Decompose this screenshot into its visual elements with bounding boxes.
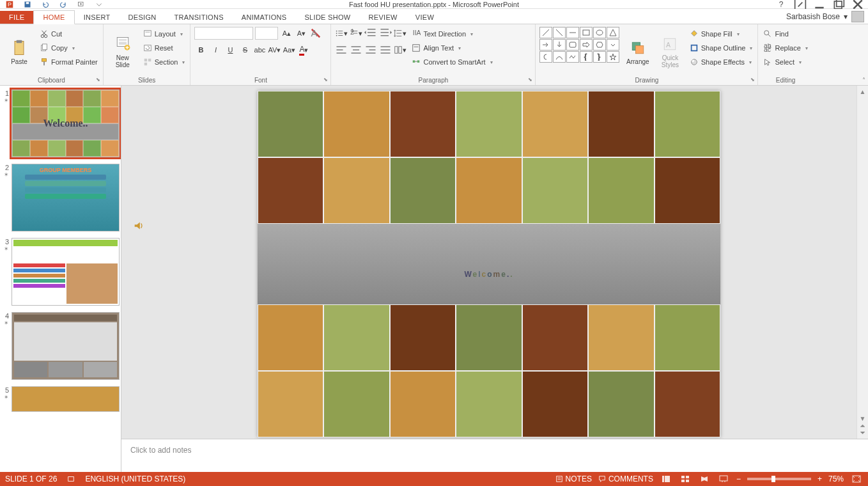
font-group-label[interactable]: Font [194,77,327,84]
align-text-button[interactable]: Align Text▾ [410,41,493,55]
bullets-button[interactable]: ▾ [335,27,348,40]
reading-view-icon[interactable] [698,474,711,484]
tab-slideshow[interactable]: SLIDE SHOW [295,11,359,24]
zoom-in-icon[interactable]: + [818,474,822,483]
notes-toggle[interactable]: NOTES [555,474,592,483]
tab-animations[interactable]: ANIMATIONS [233,11,296,24]
shape-more-icon[interactable] [607,39,619,51]
collapse-ribbon-icon[interactable]: ˄ [862,77,865,84]
next-slide-icon[interactable]: ⏷ [860,429,866,436]
shape-oval-icon[interactable] [593,27,606,38]
language-indicator[interactable]: ENGLISH (UNITED STATES) [85,474,185,483]
shape-zigzag-icon[interactable] [566,51,579,63]
find-button[interactable]: Find [762,27,809,41]
shape-brace-l-icon[interactable]: { [580,51,593,63]
shape-outline-button[interactable]: Shape Outline▾ [688,41,754,55]
select-button[interactable]: Select▾ [762,55,809,69]
shape-hexagon-icon[interactable] [593,39,606,51]
shape-triangle-icon[interactable] [607,27,619,38]
underline-button[interactable]: U [224,43,236,56]
zoom-slider[interactable] [747,478,811,480]
normal-view-icon[interactable] [660,474,672,484]
zoom-slider-thumb[interactable] [771,476,775,482]
strikethrough-button[interactable]: S [238,43,251,56]
shape-connector-icon[interactable] [566,27,579,38]
line-spacing-button[interactable]: ▾ [394,27,407,40]
shape-roundrect-icon[interactable] [566,39,579,51]
slide-canvas-scroll[interactable]: Welcome.. [121,86,856,439]
section-button[interactable]: Section▾ [142,55,187,69]
restore-icon[interactable] [832,1,845,8]
decrease-indent-button[interactable] [364,27,377,40]
columns-button[interactable]: ▾ [394,43,407,56]
numbering-button[interactable]: 12▾ [350,27,362,40]
change-case-button[interactable]: Aa▾ [283,43,295,56]
tab-home[interactable]: HOME [33,10,74,24]
thumbnail-image[interactable] [12,386,120,412]
decrease-font-icon[interactable]: A▾ [295,27,307,40]
shape-bracket-l-icon[interactable] [539,51,552,63]
slide-sorter-view-icon[interactable] [679,474,692,484]
thumbnail-image[interactable] [12,238,120,306]
thumbnail-image[interactable]: Welcome.. [12,90,120,157]
tab-review[interactable]: REVIEW [360,11,407,24]
spellcheck-icon[interactable] [67,475,75,483]
layout-button[interactable]: Layout▾ [142,27,187,41]
slide-canvas[interactable]: Welcome.. [258,91,720,437]
save-icon[interactable] [20,1,35,8]
slide-thumbnail-panel[interactable]: 1✶ Welcome.. 2✶ GROUP MEMBERS 3✶ 4✶ [0,86,121,472]
shape-brace-r-icon[interactable]: } [593,51,606,63]
drawing-group-label[interactable]: Drawing [539,77,754,84]
thumbnail-image[interactable]: GROUP MEMBERS [12,164,120,231]
shape-fill-button[interactable]: Shape Fill▾ [688,27,754,41]
account-menu[interactable]: Sarbasish Bose ▾ [786,11,864,22]
font-name-input[interactable] [194,27,253,40]
justify-button[interactable] [379,43,392,56]
text-direction-button[interactable]: IIAText Direction▾ [410,27,493,41]
fit-to-window-icon[interactable] [850,474,863,484]
text-shadow-button[interactable]: abc [253,43,266,56]
tab-transitions[interactable]: TRANSITIONS [166,11,233,24]
qat-customize-icon[interactable] [92,1,106,8]
shapes-gallery[interactable]: { } [539,27,619,77]
comments-toggle[interactable]: COMMENTS [598,474,653,483]
clipboard-group-label[interactable]: Clipboard [4,77,99,84]
thumbnail-4[interactable]: 4✶ [1,312,120,380]
font-size-input[interactable] [255,27,278,40]
increase-font-icon[interactable]: A▴ [280,27,293,40]
scroll-up-icon[interactable]: ▲ [860,88,866,95]
slideshow-view-icon[interactable] [717,474,730,484]
paragraph-group-label[interactable]: Paragraph [335,77,531,84]
shape-effects-button[interactable]: Shape Effects▾ [688,55,754,69]
convert-smartart-button[interactable]: Convert to SmartArt▾ [410,55,493,69]
shape-arrow-block-icon[interactable] [580,39,593,51]
thumbnail-image[interactable] [12,312,120,380]
italic-button[interactable]: I [209,43,222,56]
notes-pane[interactable]: Click to add notes [121,439,868,472]
help-icon[interactable]: ? [775,1,787,8]
quick-styles-button[interactable]: A Quick Styles [656,27,685,77]
minimize-icon[interactable] [813,1,826,8]
increase-indent-button[interactable] [379,27,392,40]
shape-arrow-r-icon[interactable] [539,39,552,51]
paste-button[interactable]: Paste [4,27,35,77]
ribbon-display-options-icon[interactable] [794,1,807,8]
character-spacing-button[interactable]: AV▾ [268,43,281,56]
tab-insert[interactable]: INSERT [75,11,120,24]
audio-icon[interactable] [133,220,144,231]
start-from-beginning-icon[interactable] [74,1,88,8]
shape-line2-icon[interactable] [553,27,566,38]
tab-view[interactable]: VIEW [407,11,443,24]
font-color-button[interactable]: A▾ [297,43,310,56]
tab-file[interactable]: FILE [0,11,33,24]
redo-icon[interactable] [56,1,70,8]
thumbnail-3[interactable]: 3✶ [1,238,120,306]
align-center-button[interactable] [350,43,362,56]
powerpoint-icon[interactable]: P [3,1,17,8]
reset-button[interactable]: Reset [142,41,187,55]
arrange-button[interactable]: Arrange [623,27,652,77]
cut-button[interactable]: Cut [38,27,99,41]
undo-icon[interactable] [38,1,52,8]
shape-line-icon[interactable] [539,27,552,38]
zoom-level[interactable]: 75% [828,474,844,483]
